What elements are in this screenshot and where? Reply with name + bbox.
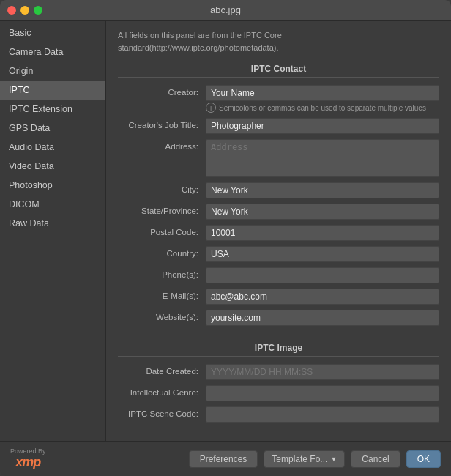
website-input[interactable] (206, 310, 439, 326)
creator-hint-text: Semicolons or commas can be used to sepa… (219, 104, 426, 112)
address-field (206, 139, 439, 177)
title-bar: abc.jpg (0, 0, 451, 21)
main-layout: Basic Camera Data Origin IPTC IPTC Exten… (0, 21, 451, 441)
intellectual-genre-field (206, 385, 439, 401)
sidebar-item-iptc[interactable]: IPTC (0, 81, 105, 100)
state-label: State/Province: (118, 204, 206, 215)
email-row: E-Mail(s): (118, 289, 439, 305)
footer: Powered By xmp Preferences Template Fo..… (0, 441, 451, 476)
sidebar-item-raw-data[interactable]: Raw Data (0, 214, 105, 233)
sidebar-item-camera-data[interactable]: Camera Data (0, 42, 105, 62)
country-row: Country: (118, 246, 439, 262)
section-divider (118, 335, 439, 335)
iptc-scene-field (206, 406, 439, 423)
powered-by-text: Powered By (10, 447, 46, 455)
sidebar-item-photoshop[interactable]: Photoshop (0, 176, 105, 195)
phone-input[interactable] (206, 267, 439, 283)
cancel-button[interactable]: Cancel (351, 450, 400, 468)
iptc-scene-input[interactable] (206, 406, 439, 423)
iptc-image-header: IPTC Image (118, 343, 439, 357)
sidebar-item-dicom[interactable]: DICOM (0, 195, 105, 214)
state-input[interactable] (206, 204, 439, 220)
phone-label: Phone(s): (118, 267, 206, 279)
sidebar: Basic Camera Data Origin IPTC IPTC Exten… (0, 21, 106, 441)
content-area: All fields on this panel are from the IP… (106, 21, 451, 441)
job-title-field (206, 118, 439, 134)
creator-hint-row: i Semicolons or commas can be used to se… (206, 103, 439, 113)
xmp-logo: xmp (15, 455, 40, 470)
template-label: Template Fo... (272, 454, 327, 464)
city-row: City: (118, 182, 439, 198)
city-input[interactable] (206, 182, 439, 198)
address-label: Address: (118, 139, 206, 151)
country-input[interactable] (206, 246, 439, 262)
postal-input[interactable] (206, 225, 439, 241)
sidebar-item-video-data[interactable]: Video Data (0, 157, 105, 176)
country-field (206, 246, 439, 262)
job-title-row: Creator's Job Title: (118, 118, 439, 134)
maximize-button[interactable] (34, 6, 42, 15)
intellectual-genre-input[interactable] (206, 385, 439, 401)
state-field (206, 204, 439, 220)
sidebar-item-gps-data[interactable]: GPS Data (0, 119, 105, 138)
creator-row: Creator: i Semicolons or commas can be u… (118, 85, 439, 113)
minimize-button[interactable] (20, 6, 29, 15)
info-text: All fields on this panel are from the IP… (118, 29, 439, 53)
chevron-down-icon: ▼ (330, 455, 337, 463)
phone-field (206, 267, 439, 283)
template-button[interactable]: Template Fo... ▼ (264, 450, 345, 468)
job-title-input[interactable] (206, 118, 439, 134)
ok-button[interactable]: OK (406, 450, 441, 468)
state-row: State/Province: (118, 204, 439, 220)
city-label: City: (118, 182, 206, 194)
sidebar-item-audio-data[interactable]: Audio Data (0, 138, 105, 157)
creator-label: Creator: (118, 85, 206, 97)
intellectual-genre-label: Intellectual Genre: (118, 385, 206, 397)
sidebar-item-origin[interactable]: Origin (0, 62, 105, 81)
date-created-input[interactable] (206, 364, 439, 380)
email-field (206, 289, 439, 305)
address-input[interactable] (206, 139, 439, 177)
website-field (206, 310, 439, 326)
website-row: Website(s): (118, 310, 439, 326)
close-button[interactable] (7, 6, 16, 15)
creator-field: i Semicolons or commas can be used to se… (206, 85, 439, 113)
date-created-row: Date Created: (118, 364, 439, 380)
website-label: Website(s): (118, 310, 206, 321)
xmp-branding: Powered By xmp (10, 447, 46, 470)
country-label: Country: (118, 246, 206, 258)
window-controls (7, 6, 42, 15)
postal-field (206, 225, 439, 241)
date-created-label: Date Created: (118, 364, 206, 376)
window-title: abc.jpg (210, 4, 241, 15)
phone-row: Phone(s): (118, 267, 439, 283)
job-title-label: Creator's Job Title: (118, 118, 206, 130)
postal-label: Postal Code: (118, 225, 206, 237)
city-field (206, 182, 439, 198)
iptc-contact-header: IPTC Contact (118, 64, 439, 78)
info-icon: i (206, 103, 216, 113)
iptc-scene-row: IPTC Scene Code: (118, 406, 439, 423)
sidebar-item-basic[interactable]: Basic (0, 23, 105, 42)
postal-row: Postal Code: (118, 225, 439, 241)
preferences-button[interactable]: Preferences (189, 450, 258, 468)
address-row: Address: (118, 139, 439, 177)
iptc-scene-label: IPTC Scene Code: (118, 406, 206, 418)
email-label: E-Mail(s): (118, 289, 206, 300)
creator-input[interactable] (206, 85, 439, 101)
intellectual-genre-row: Intellectual Genre: (118, 385, 439, 401)
sidebar-item-iptc-extension[interactable]: IPTC Extension (0, 100, 105, 119)
date-created-field (206, 364, 439, 380)
email-input[interactable] (206, 289, 439, 305)
